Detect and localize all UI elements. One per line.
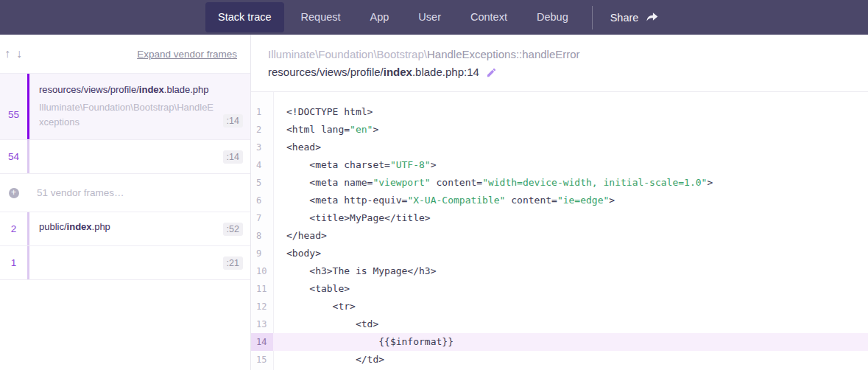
nav-tabs: Stack trace Request App User Context Deb… — [203, 2, 583, 32]
stack-frames-sidebar: ↑ ↓ Expand vendor frames 55 resources/vi… — [0, 35, 251, 370]
nav-tab-label: App — [370, 11, 389, 23]
line-number: 6 — [251, 192, 273, 209]
expand-vendor-frames-link[interactable]: Expand vendor frames — [137, 49, 237, 60]
vendor-frames-label: 51 vendor frames… — [27, 187, 124, 198]
code-line: 1 <!DOCTYPE html> — [251, 103, 868, 121]
line-number: 4 — [251, 156, 273, 174]
line-number: 3 — [251, 139, 273, 156]
frame-body: resources/views/profile/index.blade.php … — [29, 84, 223, 129]
code-line: 3 <head> — [251, 139, 868, 156]
frame-file-path: resources/views/profile/index.blade.php — [39, 84, 217, 95]
nav-tab-label: User — [418, 11, 441, 23]
nav-tab-label: Debug — [537, 11, 568, 23]
stack-frame[interactable]: 54 :14 — [0, 140, 250, 174]
line-number: 14 — [251, 333, 273, 351]
frame-accent-bar — [27, 246, 29, 279]
nav-tab[interactable]: Stack trace — [205, 2, 284, 32]
line-number: 11 — [251, 280, 273, 298]
code-line: 4 <meta charset="UTF-8"> — [251, 156, 868, 174]
code-text: <td> — [273, 315, 378, 333]
frame-line-badge: :14 — [223, 150, 243, 164]
code-line: 9 <body> — [251, 245, 868, 262]
code-viewer: 1 <!DOCTYPE html> 2 <html lang="en"> 3 <… — [251, 92, 868, 370]
share-button[interactable]: Share — [597, 2, 672, 32]
frame-file: resources/views/profile/index.blade.php:… — [268, 64, 479, 80]
code-text: <meta name="viewport" content="width=dev… — [273, 174, 713, 192]
code-text: <html lang="en"> — [273, 121, 378, 139]
code-text: <!DOCTYPE html> — [273, 103, 373, 121]
code-line: 13 <td> — [251, 315, 868, 333]
stack-frame[interactable]: 55 resources/views/profile/index.blade.p… — [0, 74, 250, 140]
vendor-frames-toggle[interactable]: + 51 vendor frames… — [0, 174, 250, 212]
nav-tab-label: Context — [470, 11, 507, 23]
nav-tab-label: Stack trace — [218, 11, 272, 23]
line-number: 2 — [251, 121, 273, 139]
frame-line-badge: :14 — [223, 114, 243, 128]
line-number: 15 — [251, 351, 273, 369]
code-text: <tr> — [273, 298, 356, 315]
nav-tab[interactable]: User — [406, 2, 454, 32]
code-text: {{$informat}} — [273, 333, 454, 351]
code-text: <meta http-equiv="X-UA-Compatible" conte… — [273, 192, 615, 209]
code-line: 10 <h3>The is Mypage</h3> — [251, 262, 868, 280]
frame-header: Illuminate\Foundation\Bootstrap\HandleEx… — [251, 35, 868, 92]
code-text: </head> — [273, 227, 327, 245]
code-text: <title>MyPage</title> — [273, 209, 431, 227]
previous-frame-icon[interactable]: ↑ — [1, 47, 13, 60]
line-number: 1 — [251, 103, 273, 121]
edit-file-icon[interactable] — [486, 67, 497, 78]
frame-number: 1 — [0, 257, 27, 268]
stack-frame[interactable]: 1 :21 — [0, 246, 250, 280]
frame-number: 2 — [0, 223, 27, 234]
method-name: HandleExceptions::handleError — [427, 48, 580, 60]
code-line: 14 {{$informat}} — [251, 333, 868, 351]
code-line: 6 <meta http-equiv="X-UA-Compatible" con… — [251, 192, 868, 209]
nav-tab[interactable]: Request — [289, 2, 353, 32]
code-line: 2 <html lang="en"> — [251, 121, 868, 139]
nav-tab[interactable]: Context — [458, 2, 520, 32]
line-number: 5 — [251, 174, 273, 192]
code-line: 15 </td> — [251, 351, 868, 369]
share-label: Share — [610, 12, 639, 24]
sidebar-header: ↑ ↓ Expand vendor frames — [0, 35, 250, 74]
next-frame-icon[interactable]: ↓ — [13, 47, 25, 60]
frame-accent-bar — [27, 140, 29, 173]
line-number: 10 — [251, 262, 273, 280]
code-text: <h3>The is Mypage</h3> — [273, 262, 437, 280]
code-line: 8 </head> — [251, 227, 868, 245]
frame-line-badge: :52 — [223, 223, 243, 236]
frame-method: Illuminate\Foundation\Bootstrap\HandleEx… — [268, 46, 868, 62]
frame-file-path: public/index.php — [39, 221, 217, 232]
nav-tab[interactable]: Debug — [524, 2, 581, 32]
frame-class-name: Illuminate\Foundation\Bootstrap\HandleEx… — [39, 100, 217, 129]
frames-list: 55 resources/views/profile/index.blade.p… — [0, 74, 250, 280]
code-text: </td> — [273, 351, 384, 369]
code-line: 11 <table> — [251, 280, 868, 298]
code-text: <table> — [273, 280, 350, 298]
code-line: 5 <meta name="viewport" content="width=d… — [251, 174, 868, 192]
nav-tab-label: Request — [301, 11, 341, 23]
frame-number: 55 — [0, 109, 27, 120]
code-pane: Illuminate\Foundation\Bootstrap\HandleEx… — [251, 35, 868, 370]
frame-body: public/index.php — [29, 221, 223, 237]
code-text: <body> — [273, 245, 321, 262]
line-number: 13 — [251, 315, 273, 333]
line-number: 9 — [251, 245, 273, 262]
code-line: 12 <tr> — [251, 298, 868, 315]
nav-tab[interactable]: App — [358, 2, 402, 32]
code-text: <meta charset="UTF-8"> — [273, 156, 437, 174]
code-text: <head> — [273, 139, 321, 156]
plus-circle-icon[interactable]: + — [9, 188, 19, 198]
share-arrow-icon — [646, 12, 658, 23]
method-namespace: Illuminate\Foundation\Bootstrap\ — [268, 48, 427, 60]
frame-line-badge: :21 — [223, 256, 243, 270]
stack-frame[interactable]: 2 public/index.php :52 — [0, 212, 250, 246]
line-number: 7 — [251, 209, 273, 227]
frame-number: 54 — [0, 151, 27, 162]
line-number: 8 — [251, 227, 273, 245]
nav-divider — [592, 6, 593, 29]
code-line: 7 <title>MyPage</title> — [251, 209, 868, 227]
line-number: 12 — [251, 298, 273, 315]
top-nav: Stack trace Request App User Context Deb… — [0, 0, 868, 35]
